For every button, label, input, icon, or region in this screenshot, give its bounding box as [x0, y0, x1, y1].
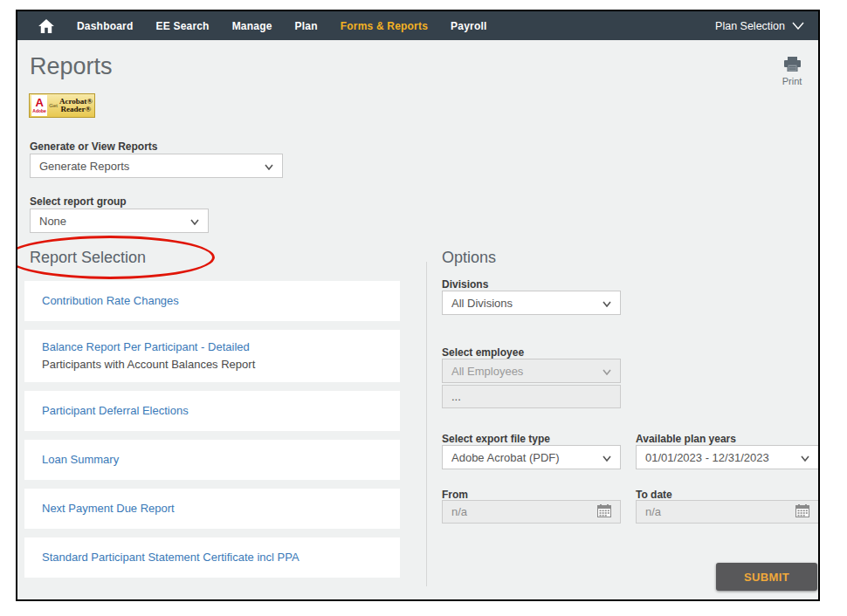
home-icon[interactable] [38, 19, 54, 33]
nav-item-ee-search[interactable]: EE Search [155, 20, 209, 32]
nav-item-dashboard[interactable]: Dashboard [77, 20, 133, 32]
report-card: Participant Deferral Elections [24, 391, 400, 431]
available-plan-years-select[interactable]: 01/01/2023 - 12/31/2023 [636, 445, 819, 469]
divisions-select[interactable]: All Divisions [442, 291, 621, 315]
nav-item-forms-reports[interactable]: Forms & Reports [341, 20, 428, 32]
report-selection-heading: Report Selection [30, 249, 146, 267]
divisions-label: Divisions [442, 278, 488, 291]
generate-or-view-reports-select[interactable]: Generate Reports [30, 154, 283, 178]
select-employee-select[interactable]: All Employees [442, 359, 621, 383]
chevron-down-icon [801, 451, 809, 464]
export-file-type-label: Select export file type [442, 433, 550, 445]
select-report-group-select[interactable]: None [30, 209, 209, 233]
report-link-contribution-rate-changes[interactable]: Contribution Rate Changes [42, 294, 179, 307]
report-card: Contribution Rate Changes [24, 281, 400, 321]
chevron-down-icon [603, 365, 611, 378]
report-card: Standard Participant Statement Certifica… [24, 537, 400, 578]
page-title: Reports [30, 53, 113, 80]
options-heading: Options [442, 249, 496, 267]
available-plan-years-label: Available plan years [636, 433, 736, 445]
report-subtitle: Participants with Account Balances Repor… [42, 356, 382, 373]
plan-selection-dropdown[interactable]: Plan Selection [715, 20, 804, 32]
calendar-icon[interactable] [795, 504, 809, 520]
to-date-label: To date [636, 489, 672, 501]
select-report-group-label: Select report group [30, 195, 127, 208]
report-link-participant-deferral-elections[interactable]: Participant Deferral Elections [42, 404, 189, 417]
report-card: Loan Summary [24, 440, 400, 480]
nav-item-payroll[interactable]: Payroll [451, 20, 486, 32]
chevron-down-icon [603, 297, 611, 310]
report-card: Next Payment Due Report [24, 489, 400, 529]
report-list: Contribution Rate Changes Balance Report… [24, 281, 400, 586]
generate-or-view-reports-label: Generate or View Reports [30, 140, 158, 153]
chevron-down-icon [603, 451, 611, 464]
to-date-input[interactable]: n/a [636, 500, 819, 524]
employee-search-input[interactable]: ... [442, 385, 621, 408]
adobe-logo-icon: A Adobe [31, 95, 47, 116]
adobe-badge-text: Acrobat®Reader® [59, 98, 93, 113]
column-divider [426, 262, 427, 586]
print-label: Print [776, 76, 808, 86]
from-date-input[interactable]: n/a [442, 500, 621, 524]
report-link-next-payment-due[interactable]: Next Payment Due Report [42, 502, 175, 515]
chevron-down-icon [190, 215, 199, 228]
chevron-down-icon [792, 20, 804, 32]
report-link-balance-report[interactable]: Balance Report Per Participant - Detaile… [42, 340, 250, 353]
from-date-label: From [442, 489, 468, 501]
app-window: Dashboard EE Search Manage Plan Forms & … [16, 10, 820, 601]
nav-item-plan[interactable]: Plan [295, 20, 318, 32]
submit-button[interactable]: SUBMIT [716, 563, 817, 591]
export-file-type-select[interactable]: Adobe Acrobat (PDF) [442, 445, 621, 469]
top-nav: Dashboard EE Search Manage Plan Forms & … [17, 11, 818, 40]
chevron-down-icon [265, 160, 273, 173]
printer-icon [784, 59, 801, 74]
adobe-get-label: Get [49, 103, 58, 108]
nav-item-manage[interactable]: Manage [232, 20, 272, 32]
report-link-loan-summary[interactable]: Loan Summary [42, 453, 119, 466]
print-button[interactable]: Print [776, 57, 808, 86]
get-acrobat-reader-badge[interactable]: A Adobe Get Acrobat®Reader® [29, 93, 95, 118]
select-employee-label: Select employee [442, 346, 524, 359]
calendar-icon[interactable] [597, 504, 611, 520]
report-card: Balance Report Per Participant - Detaile… [24, 330, 400, 382]
report-link-standard-participant-statement[interactable]: Standard Participant Statement Certifica… [42, 551, 300, 564]
plan-selection-label: Plan Selection [715, 20, 785, 32]
